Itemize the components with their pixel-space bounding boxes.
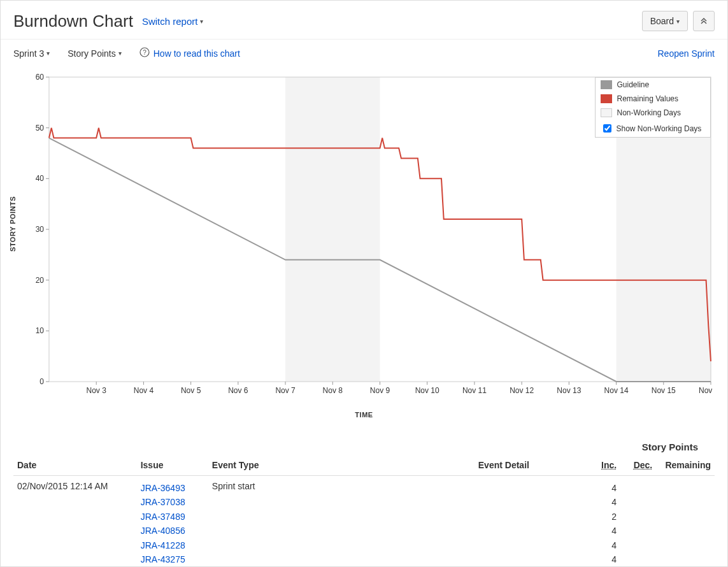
switch-report-label: Switch report <box>142 16 198 27</box>
svg-text:Nov 11: Nov 11 <box>462 386 486 395</box>
svg-text:30: 30 <box>35 225 44 234</box>
switch-report-link[interactable]: Switch report ▾ <box>142 16 204 27</box>
help-link-label: How to read this chart <box>153 48 240 59</box>
table-cell: JRA-36493JRA-37038JRA-37489JRA-40856JRA-… <box>137 476 208 568</box>
col-event-detail: Event Detail <box>475 455 585 476</box>
col-date: Date <box>13 455 137 476</box>
events-table-container: Story Points Date Issue Event Type Event… <box>1 441 727 567</box>
legend-swatch-remaining <box>601 94 612 103</box>
issue-link[interactable]: JRA-41228 <box>141 538 204 552</box>
legend-item-show-nonworking: Show Non-Working Days <box>596 120 710 137</box>
page-header: Burndown Chart Switch report ▾ Board ▾ <box>1 1 727 39</box>
question-circle-icon: ? <box>139 47 150 59</box>
issue-link[interactable]: JRA-36493 <box>141 481 204 495</box>
legend-label: Show Non-Working Days <box>617 124 702 133</box>
svg-text:Nov 9: Nov 9 <box>369 386 390 395</box>
chevron-down-icon: ▾ <box>676 18 680 25</box>
sprint-dropdown-label: Sprint 3 <box>13 48 44 59</box>
table-cell: 02/Nov/2015 12:14 AM <box>13 476 137 568</box>
estimation-dropdown[interactable]: Story Points ▾ <box>68 48 121 59</box>
svg-text:Nov 7: Nov 7 <box>275 386 296 395</box>
inc-value: 4 <box>589 524 617 538</box>
board-button[interactable]: Board ▾ <box>642 11 688 31</box>
legend-item-guideline: Guideline <box>596 78 710 92</box>
events-table: Date Issue Event Type Event Detail Inc. … <box>13 455 715 567</box>
chevron-down-icon: ▾ <box>46 50 50 57</box>
chevron-down-icon: ▾ <box>118 50 122 57</box>
chevron-double-up-icon <box>700 17 708 25</box>
svg-text:Nov 14: Nov 14 <box>604 386 628 395</box>
chevron-down-icon: ▾ <box>200 18 203 25</box>
table-cell: 442444 <box>585 476 620 568</box>
legend-item-remaining: Remaining Values <box>596 92 710 106</box>
col-event-type: Event Type <box>208 455 475 476</box>
chart-container: STORY POINTS 0102030405060Nov 3Nov 4Nov … <box>1 67 727 430</box>
story-points-group-header: Story Points <box>13 441 715 452</box>
inc-value: 4 <box>589 495 617 509</box>
svg-text:40: 40 <box>35 174 44 183</box>
legend-label: Remaining Values <box>617 94 679 103</box>
legend-swatch-nonworking <box>601 108 612 117</box>
inc-value: 4 <box>589 552 617 566</box>
col-issue: Issue <box>137 455 208 476</box>
legend: Guideline Remaining Values Non-Working D… <box>595 77 711 138</box>
help-link[interactable]: ? How to read this chart <box>139 47 240 59</box>
col-remaining: Remaining <box>656 455 715 476</box>
table-cell <box>620 476 656 568</box>
x-axis-label: TIME <box>14 411 715 419</box>
issue-link[interactable]: JRA-37489 <box>141 510 204 524</box>
inc-value: 4 <box>589 481 617 495</box>
svg-text:Nov 6: Nov 6 <box>228 386 248 395</box>
svg-text:Nov 4: Nov 4 <box>133 386 153 395</box>
header-right: Board ▾ <box>642 11 715 31</box>
burndown-chart: STORY POINTS 0102030405060Nov 3Nov 4Nov … <box>14 73 715 430</box>
svg-text:Nov 5: Nov 5 <box>180 386 201 395</box>
svg-text:50: 50 <box>35 124 44 133</box>
page-title: Burndown Chart <box>13 11 133 31</box>
table-cell <box>475 476 585 568</box>
svg-text:10: 10 <box>35 326 44 335</box>
toolbar: Sprint 3 ▾ Story Points ▾ ? How to read … <box>1 39 727 67</box>
col-dec: Dec. <box>620 455 656 476</box>
issue-link[interactable]: JRA-40856 <box>141 524 204 538</box>
estimation-dropdown-label: Story Points <box>68 48 115 59</box>
svg-text:Nov 10: Nov 10 <box>415 386 439 395</box>
inc-value: 4 <box>589 538 617 552</box>
legend-item-nonworking: Non-Working Days <box>596 106 710 120</box>
legend-label: Guideline <box>617 80 650 89</box>
legend-swatch-guideline <box>601 80 612 89</box>
table-row: 02/Nov/2015 12:14 AMJRA-36493JRA-37038JR… <box>13 476 715 568</box>
table-body: 02/Nov/2015 12:14 AMJRA-36493JRA-37038JR… <box>13 476 715 568</box>
svg-rect-2 <box>285 77 380 382</box>
table-cell <box>656 476 715 568</box>
table-cell: Sprint start <box>208 476 475 568</box>
svg-text:Nov 13: Nov 13 <box>557 386 581 395</box>
svg-text:Nov 12: Nov 12 <box>510 386 534 395</box>
issue-link[interactable]: JRA-37038 <box>141 495 204 509</box>
show-nonworking-checkbox[interactable] <box>603 124 611 133</box>
svg-text:0: 0 <box>39 377 44 386</box>
issue-link[interactable]: JRA-43275 <box>141 552 204 566</box>
y-axis-label: STORY POINTS <box>9 196 17 252</box>
svg-text:Nov 16: Nov 16 <box>698 386 714 395</box>
svg-text:?: ? <box>143 49 146 56</box>
svg-text:Nov 8: Nov 8 <box>322 386 343 395</box>
svg-text:60: 60 <box>35 73 44 82</box>
collapse-button[interactable] <box>693 11 715 31</box>
svg-text:Nov 3: Nov 3 <box>86 386 106 395</box>
table-header-row: Date Issue Event Type Event Detail Inc. … <box>13 455 715 476</box>
app-frame: Burndown Chart Switch report ▾ Board ▾ S… <box>0 0 728 567</box>
svg-text:20: 20 <box>35 276 44 285</box>
board-button-label: Board <box>650 16 674 26</box>
sprint-dropdown[interactable]: Sprint 3 ▾ <box>13 48 50 59</box>
legend-label: Non-Working Days <box>617 108 681 117</box>
svg-text:Nov 15: Nov 15 <box>651 386 675 395</box>
inc-value: 2 <box>589 510 617 524</box>
reopen-sprint-link[interactable]: Reopen Sprint <box>657 48 715 59</box>
col-inc: Inc. <box>585 455 620 476</box>
